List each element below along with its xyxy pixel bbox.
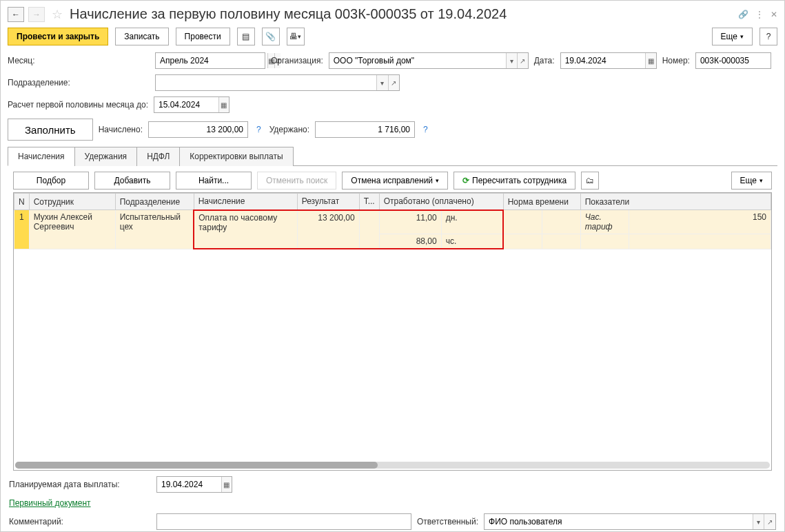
- table-more-button[interactable]: Еще: [731, 172, 772, 190]
- cell-dept: Испытательный цех: [115, 210, 194, 249]
- cell-ind3: [580, 234, 629, 249]
- help-icon[interactable]: ?: [759, 28, 777, 45]
- recalc-employee-button[interactable]: ⟳ Пересчитать сотрудника: [453, 172, 575, 190]
- report-icon[interactable]: ▤: [237, 28, 255, 45]
- tab-accruals[interactable]: Начисления: [8, 147, 75, 166]
- number-label: Номер:: [662, 56, 690, 65]
- cell-days-unit: дн.: [441, 210, 503, 234]
- save-button[interactable]: Записать: [115, 28, 168, 45]
- calc-until-label: Расчет первой половины месяца до:: [8, 100, 148, 110]
- tab-ndfl[interactable]: НДФЛ: [136, 147, 180, 166]
- find-button[interactable]: Найти...: [176, 172, 252, 190]
- responsible-input[interactable]: [485, 514, 753, 529]
- col-dept[interactable]: Подразделение: [115, 194, 194, 210]
- col-worked[interactable]: Отработано (оплачено): [379, 194, 503, 210]
- planned-pay-picker-icon[interactable]: ▦: [221, 477, 232, 492]
- date-input[interactable]: [561, 53, 645, 68]
- responsible-open-icon[interactable]: ↗: [764, 514, 775, 529]
- org-input[interactable]: [329, 53, 506, 68]
- planned-pay-label: Планируемая дата выплаты:: [9, 480, 151, 489]
- fill-button[interactable]: Заполнить: [8, 119, 93, 141]
- month-label: Месяц:: [8, 56, 150, 65]
- nav-forward-button: →: [28, 7, 45, 22]
- more-button[interactable]: Еще: [712, 28, 753, 45]
- org-open-icon[interactable]: ↗: [517, 53, 528, 68]
- col-t[interactable]: Т...: [359, 194, 379, 210]
- col-result[interactable]: Результат: [297, 194, 359, 210]
- refresh-icon: ⟳: [462, 176, 469, 185]
- withheld-label: Удержано:: [269, 125, 309, 134]
- cell-indicator-name: Час. тариф: [580, 210, 629, 234]
- dept-dropdown-icon[interactable]: ▾: [376, 75, 387, 90]
- planned-pay-input[interactable]: [157, 477, 221, 492]
- table-row[interactable]: 1 Мухин Алексей Сергеевич Испытательный …: [14, 210, 771, 234]
- post-and-close-button[interactable]: Провести и закрыть: [8, 28, 108, 45]
- col-employee[interactable]: Сотрудник: [29, 194, 115, 210]
- cancel-corrections-button[interactable]: Отмена исправлений: [342, 172, 448, 190]
- accrued-input[interactable]: [149, 122, 247, 137]
- tab-corrections[interactable]: Корректировки выплаты: [179, 147, 293, 166]
- comment-input[interactable]: [157, 514, 411, 529]
- tab-withholdings[interactable]: Удержания: [74, 147, 138, 166]
- cell-indicator-val: 150: [629, 210, 771, 234]
- nav-back-button[interactable]: ←: [8, 7, 24, 22]
- cell-hours-val: 88,00: [379, 234, 441, 249]
- horizontal-scrollbar[interactable]: [15, 462, 770, 469]
- attachment-icon[interactable]: 📎: [262, 28, 280, 45]
- cell-norm4: [542, 234, 580, 249]
- col-norm[interactable]: Норма времени: [503, 194, 580, 210]
- cell-employee: Мухин Алексей Сергеевич: [29, 210, 115, 249]
- accrued-label: Начислено:: [99, 125, 143, 134]
- cell-norm2: [542, 210, 580, 234]
- link-icon[interactable]: 🔗: [738, 10, 748, 19]
- withheld-help-icon[interactable]: ?: [423, 125, 428, 134]
- dept-label: Подразделение:: [8, 78, 150, 88]
- cancel-find-button: Отменить поиск: [257, 172, 336, 190]
- withheld-input[interactable]: [316, 122, 414, 137]
- org-dropdown-icon[interactable]: ▾: [506, 53, 517, 68]
- calc-until-input[interactable]: [154, 97, 218, 112]
- cell-accrual: Оплата по часовому тарифу: [194, 210, 297, 249]
- dept-input[interactable]: [156, 75, 376, 90]
- cell-t: [359, 210, 379, 249]
- cell-norm1: [503, 210, 542, 234]
- favorite-star-icon[interactable]: ☆: [52, 7, 63, 22]
- col-n[interactable]: N: [14, 194, 30, 210]
- cell-n: 1: [14, 210, 30, 249]
- cell-norm3: [503, 234, 542, 249]
- page-title: Начисление за первую половину месяца 003…: [70, 6, 734, 22]
- cell-days-val: 11,00: [379, 210, 441, 234]
- post-button[interactable]: Провести: [176, 28, 230, 45]
- card-view-icon[interactable]: 🗂: [581, 172, 599, 190]
- primary-document-link[interactable]: Первичный документ: [9, 498, 91, 508]
- add-button[interactable]: Добавить: [94, 172, 170, 190]
- date-picker-icon[interactable]: ▦: [645, 53, 656, 68]
- responsible-label: Ответственный:: [417, 517, 478, 526]
- responsible-dropdown-icon[interactable]: ▾: [753, 514, 764, 529]
- date-label: Дата:: [534, 56, 555, 65]
- cell-hours-unit: чс.: [441, 234, 503, 249]
- calc-until-picker-icon[interactable]: ▦: [218, 97, 229, 112]
- pick-button[interactable]: Подбор: [13, 172, 89, 190]
- accrued-help-icon[interactable]: ?: [256, 125, 261, 134]
- comment-label: Комментарий:: [9, 517, 151, 526]
- org-label: Организация:: [271, 56, 323, 65]
- close-icon[interactable]: ✕: [771, 10, 777, 19]
- col-indicators[interactable]: Показатели: [580, 194, 771, 210]
- number-input[interactable]: [696, 53, 771, 68]
- month-input[interactable]: [156, 53, 267, 68]
- print-dropdown-icon[interactable]: 🖶: [287, 28, 305, 45]
- cell-result: 13 200,00: [297, 210, 359, 249]
- kebab-menu-icon[interactable]: ⋮: [755, 10, 764, 19]
- cell-ind4: [629, 234, 771, 249]
- dept-open-icon[interactable]: ↗: [388, 75, 399, 90]
- col-accrual[interactable]: Начисление: [194, 194, 297, 210]
